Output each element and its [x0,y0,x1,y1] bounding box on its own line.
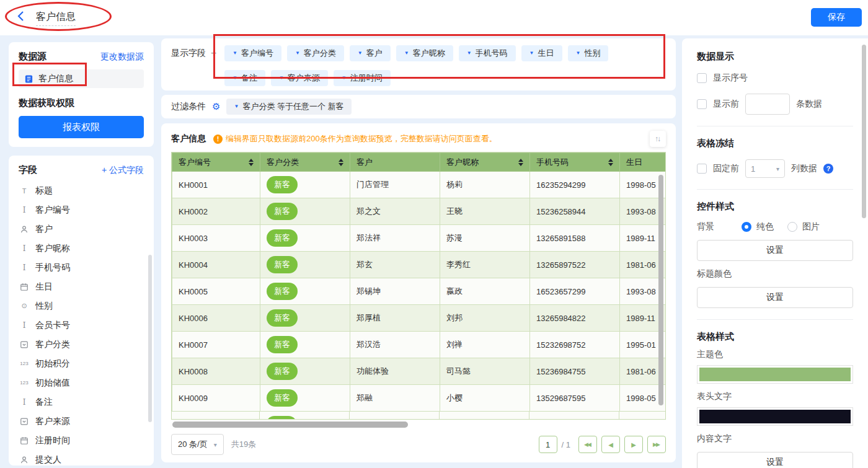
display-field-tag[interactable]: ▼客户来源 [271,70,328,86]
title-color-set-button[interactable]: 设置 [697,287,853,308]
table-row[interactable]: KH0006新客郑厚植刘邦132659848221989-11 [172,305,666,332]
display-field-tag[interactable]: ▼客户 [350,45,391,61]
filter-condition-tag[interactable]: ▼ 客户分类 等于任意一个 新客 [226,99,351,115]
page-size-select[interactable]: 20 条/页 ▾ [171,434,224,455]
field-item[interactable]: I手机号码 [19,258,144,277]
display-field-tag[interactable]: ▼备注 [224,70,265,86]
column-header[interactable]: 客户昵称 [440,153,530,172]
help-icon[interactable]: ? [823,164,833,174]
display-field-tag[interactable]: ▼生日 [521,45,562,61]
theme-color-swatch[interactable] [697,365,853,384]
sort-arrows-icon[interactable] [608,159,613,166]
panel-scrollbar[interactable] [862,45,866,218]
display-field-tag-label: 客户昵称 [413,48,445,59]
sort-arrows-icon[interactable] [518,159,523,166]
field-item[interactable]: ⊙性别 [19,296,144,316]
table-row[interactable]: KH0005新客郑锡坤嬴政165236572991993-08 [172,278,666,305]
field-item[interactable]: 提交人 [19,450,144,466]
display-field-tag[interactable]: ▼客户分类 [287,45,344,61]
current-page-input[interactable]: 1 [539,436,557,453]
display-field-tag[interactable]: ▼手机号码 [459,45,516,61]
next-page-button[interactable]: ▶ [624,436,643,453]
table-cell: 郑锡坤 [350,278,440,305]
image-radio[interactable] [787,222,797,232]
table-row[interactable]: KH0004新客郑玄李秀红132658975221981-06 [172,252,666,278]
field-item[interactable]: 生日 [19,277,144,296]
save-button[interactable]: 保存 [811,8,862,27]
last-page-button[interactable]: ▶▶ [647,436,666,453]
column-sort-order-icon[interactable]: ↑↓ [650,131,666,147]
back-icon[interactable] [16,11,26,24]
field-item[interactable]: 注册时间 [19,431,144,450]
change-datasource-link[interactable]: 更改数据源 [100,51,144,63]
field-list: T标题I客户编号客户I客户昵称I手机号码生日⊙性别I会员卡号客户分类123初始积… [19,181,144,466]
status-badge: 新客 [267,309,298,327]
freeze-count-select[interactable]: 1 ▾ [745,159,785,178]
filter-settings-gear-icon[interactable]: ⚙ [212,101,220,112]
field-item[interactable]: 客户 [19,219,144,239]
column-header[interactable]: 客户 [350,153,440,172]
field-item[interactable]: 123初始积分 [19,354,144,373]
show-index-checkbox[interactable] [697,73,707,83]
field-item[interactable]: I客户编号 [19,200,144,219]
display-field-tag[interactable]: ▼注册时间 [334,70,391,86]
column-header[interactable]: 生日 [620,153,666,172]
field-item[interactable]: 客户来源 [19,412,144,431]
sort-arrows-icon[interactable] [249,159,254,166]
field-item[interactable]: I会员卡号 [19,316,144,335]
first-page-button[interactable]: ◀◀ [578,436,597,453]
table-row[interactable]: KH0007新客郑汉浩刘禅152326987521995-01 [172,332,666,358]
table-cell: 16523657299 [530,278,620,305]
table-row[interactable]: KH0003新客郑法祥苏漫132658915881989-11 [172,225,666,252]
display-field-tag[interactable]: ▼性别 [568,45,609,61]
field-item[interactable]: I客户昵称 [19,239,144,258]
table-cell: 15236984755 [530,358,620,385]
field-item[interactable]: 123初始储值 [19,373,144,392]
table-row[interactable]: KH0002新客郑之文王晓152362589441993-08 [172,198,666,225]
content-text-set-button[interactable]: 设置 [697,452,853,468]
field-item[interactable]: 客户分类 [19,335,144,354]
table-row[interactable]: KH0001新客门店管理杨莉162352942991998-05 [172,172,666,198]
show-first-checkbox[interactable] [697,99,707,109]
field-item-label: 手机号码 [35,262,70,273]
settings-panel: 数据显示 显示序号 显示前 条数据 表格冻结 固定前 1 ▾ 列数据 ? 控件样… [682,38,868,468]
solid-color-radio[interactable] [742,222,751,232]
divider [697,126,853,126]
datasource-item-label: 客户信息 [38,73,73,84]
column-header[interactable]: 客户分类 [260,153,350,172]
field-item[interactable]: T标题 [19,181,144,200]
table-vertical-scrollbar[interactable] [658,175,663,405]
display-field-tag[interactable]: ▼客户编号 [224,45,281,61]
field-item[interactable]: I备注 [19,392,144,412]
caret-down-icon: ▼ [404,51,409,56]
display-fields-card: 显示字段 + ▼客户编号▼客户分类▼客户▼客户昵称▼手机号码▼生日▼性别▼备注▼… [161,38,676,91]
table-row[interactable]: KH0009新客郑融小樱135296875951998-05 [172,385,666,412]
add-display-field-button[interactable]: + [211,48,216,59]
display-field-tag[interactable]: ▼客户昵称 [396,45,453,61]
table-cell: 15232698752 [530,332,620,358]
header-text-color-label: 表头文字 [697,391,853,402]
table-cell: 16235294299 [530,172,620,198]
caret-down-icon: ▼ [295,51,300,56]
table-cell: 13529687595 [530,385,620,412]
background-set-button[interactable]: 设置 [697,240,853,261]
horizontal-scrollbar-thumb[interactable] [172,422,408,428]
freeze-columns-checkbox[interactable] [697,164,707,174]
row-limit-input[interactable] [745,94,790,115]
column-header[interactable]: 客户编号 [172,153,260,172]
page-size-value: 20 条/页 [178,439,208,450]
table-row[interactable]: KH0008新客功能体验司马懿152369847551981-06 [172,358,666,385]
table-cell: 刘邦 [440,305,530,332]
fields-scrollbar[interactable] [148,255,152,422]
sort-arrows-icon[interactable] [339,159,343,166]
warning-icon: ! [213,135,223,144]
field-item-label: 生日 [35,281,53,293]
add-formula-field-link[interactable]: + 公式字段 [102,165,144,176]
table-cell: KH0008 [172,358,260,385]
column-header[interactable]: 手机号码 [530,153,620,172]
report-permission-button[interactable]: 报表权限 [19,116,144,138]
prev-page-button[interactable]: ◀ [601,436,620,453]
header-text-color-swatch[interactable] [697,407,853,426]
datasource-item[interactable]: 客户信息 [19,69,144,88]
datasource-heading: 数据源 [19,51,46,63]
